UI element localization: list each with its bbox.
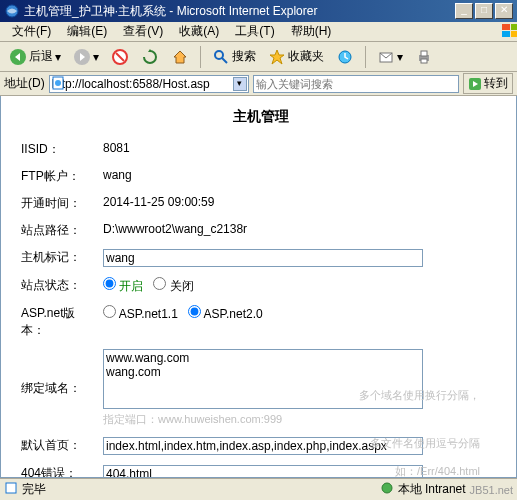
titlebar: 主机管理_护卫神·主机系统 - Microsoft Internet Explo… xyxy=(0,0,517,22)
home-button[interactable] xyxy=(166,45,194,69)
asp1-radio[interactable] xyxy=(103,305,116,318)
back-icon xyxy=(9,48,27,66)
chevron-down-icon: ▾ xyxy=(397,50,403,64)
status-text: 完毕 xyxy=(22,481,46,498)
search-button[interactable]: 搜索 xyxy=(207,45,261,69)
star-icon xyxy=(268,48,286,66)
svg-rect-1 xyxy=(502,24,510,30)
print-icon xyxy=(415,48,433,66)
svg-rect-19 xyxy=(6,483,16,493)
ftp-label: FTP帐户： xyxy=(19,163,101,190)
menubar: 文件(F) 编辑(E) 查看(V) 收藏(A) 工具(T) 帮助(H) xyxy=(0,22,517,42)
forward-button[interactable]: ▾ xyxy=(68,45,104,69)
address-bar: 地址(D) ▾ 转到 xyxy=(0,72,517,96)
asp1-option[interactable]: ASP.net1.1 xyxy=(103,307,178,321)
status-on-radio[interactable] xyxy=(103,277,116,290)
menu-help[interactable]: 帮助(H) xyxy=(283,23,340,40)
iisid-label: IISID： xyxy=(19,136,101,163)
status-on-option[interactable]: 开启 xyxy=(103,279,143,293)
status-label: 站点状态： xyxy=(19,272,101,300)
domain-hint: 指定端口：www.huweishen.com:999 xyxy=(103,413,282,425)
ftp-value: wang xyxy=(101,163,502,190)
default-hint: 多文件名使用逗号分隔 xyxy=(370,436,480,451)
status-off-option[interactable]: 关闭 xyxy=(153,279,193,293)
svg-rect-2 xyxy=(511,24,517,30)
menu-fav[interactable]: 收藏(A) xyxy=(171,23,227,40)
svg-rect-3 xyxy=(502,31,510,37)
svg-rect-14 xyxy=(421,51,427,56)
go-icon xyxy=(468,77,482,91)
menu-edit[interactable]: 编辑(E) xyxy=(59,23,115,40)
stop-icon xyxy=(111,48,129,66)
svg-point-20 xyxy=(382,483,392,493)
separator xyxy=(200,46,201,68)
menu-file[interactable]: 文件(F) xyxy=(4,23,59,40)
url-dropdown[interactable]: ▾ xyxy=(233,77,247,91)
zone-text: 本地 Intranet xyxy=(398,481,466,498)
favorites-button[interactable]: 收藏夹 xyxy=(263,45,329,69)
path-label: 站点路径： xyxy=(19,217,101,244)
err404-label: 404错误： xyxy=(19,460,101,478)
go-button[interactable]: 转到 xyxy=(463,73,513,94)
forward-icon xyxy=(73,48,91,66)
back-label: 后退 xyxy=(29,48,53,65)
page-title: 主机管理 xyxy=(19,102,502,136)
stop-button[interactable] xyxy=(106,45,134,69)
err404-input[interactable] xyxy=(103,465,423,478)
statusbar: 完毕 本地 Intranet JB51.net xyxy=(0,478,517,500)
refresh-button[interactable] xyxy=(136,45,164,69)
search-label: 搜索 xyxy=(232,48,256,65)
maximize-button[interactable]: □ xyxy=(475,3,493,19)
host-form: IISID：8081 FTP帐户：wang 开通时间：2014-11-25 09… xyxy=(19,136,502,478)
opentime-label: 开通时间： xyxy=(19,190,101,217)
asp-label: ASP.net版本： xyxy=(19,300,101,344)
back-button[interactable]: 后退 ▾ xyxy=(4,45,66,69)
svg-rect-15 xyxy=(421,59,427,63)
mark-input[interactable] xyxy=(103,249,423,267)
history-icon xyxy=(336,48,354,66)
windows-flag-icon xyxy=(493,23,515,41)
window-title: 主机管理_护卫神·主机系统 - Microsoft Internet Explo… xyxy=(24,3,455,20)
path-value: D:\wwwroot2\wang_c2138r xyxy=(101,217,502,244)
domain-hint-right: 多个域名使用换行分隔， xyxy=(359,388,480,403)
page-icon xyxy=(51,76,67,92)
asp2-option[interactable]: ASP.net2.0 xyxy=(188,307,263,321)
content-area: 主机管理 IISID：8081 FTP帐户：wang 开通时间：2014-11-… xyxy=(0,96,517,478)
go-label: 转到 xyxy=(484,75,508,92)
asp2-radio[interactable] xyxy=(188,305,201,318)
refresh-icon xyxy=(141,48,159,66)
mail-button[interactable]: ▾ xyxy=(372,45,408,69)
watermark: JB51.net xyxy=(470,484,513,496)
ie-icon xyxy=(4,3,20,19)
address-label: 地址(D) xyxy=(4,75,45,92)
separator xyxy=(365,46,366,68)
favorites-label: 收藏夹 xyxy=(288,48,324,65)
opentime-value: 2014-11-25 09:00:59 xyxy=(101,190,502,217)
status-off-radio[interactable] xyxy=(153,277,166,290)
iisid-value: 8081 xyxy=(101,136,502,163)
svg-point-9 xyxy=(215,51,223,59)
done-icon xyxy=(4,481,18,498)
menu-view[interactable]: 查看(V) xyxy=(115,23,171,40)
minimize-button[interactable]: _ xyxy=(455,3,473,19)
err404-hint: 如：/Err/404.html xyxy=(395,464,480,478)
mail-icon xyxy=(377,48,395,66)
svg-rect-4 xyxy=(511,31,517,37)
url-input[interactable] xyxy=(49,75,249,93)
chevron-down-icon: ▾ xyxy=(55,50,61,64)
print-button[interactable] xyxy=(410,45,438,69)
domain-label: 绑定域名： xyxy=(19,344,101,432)
mark-label: 主机标记： xyxy=(19,244,101,272)
keyword-search-input[interactable] xyxy=(253,75,459,93)
default-label: 默认首页： xyxy=(19,432,101,460)
svg-line-10 xyxy=(222,58,227,63)
zone-icon xyxy=(380,481,394,498)
history-button[interactable] xyxy=(331,45,359,69)
menu-tools[interactable]: 工具(T) xyxy=(227,23,282,40)
home-icon xyxy=(171,48,189,66)
close-button[interactable]: ✕ xyxy=(495,3,513,19)
search-icon xyxy=(212,48,230,66)
svg-point-17 xyxy=(55,80,61,86)
toolbar: 后退 ▾ ▾ 搜索 收藏夹 ▾ xyxy=(0,42,517,72)
chevron-down-icon: ▾ xyxy=(93,50,99,64)
